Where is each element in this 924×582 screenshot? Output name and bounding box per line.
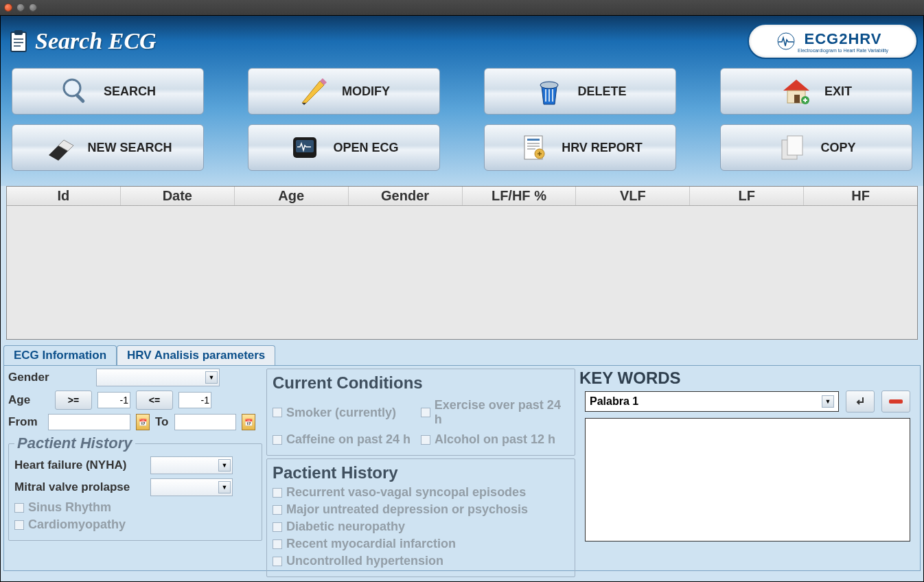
date-from-input[interactable] <box>48 414 130 430</box>
from-label: From <box>8 415 43 429</box>
cardiomyopathy-checkbox[interactable] <box>14 520 24 530</box>
col-hf[interactable]: HF <box>804 187 917 205</box>
col-id[interactable]: Id <box>7 187 121 205</box>
calendar-to-icon[interactable]: 📅 <box>242 414 255 430</box>
mitral-valve-label: Mitral valve prolapse <box>14 480 145 494</box>
mitral-valve-select[interactable]: ▼ <box>150 478 233 496</box>
gender-select[interactable]: ▼ <box>96 369 220 386</box>
patient-history-mid-title: Pactient History <box>273 463 569 482</box>
vasovagal-checkbox[interactable] <box>273 488 282 498</box>
col-lfhf[interactable]: LF/HF % <box>463 187 577 205</box>
svg-rect-23 <box>527 146 540 147</box>
delete-button-label: DELETE <box>577 84 626 99</box>
keywords-title: KEY WORDS <box>579 369 916 388</box>
window-titlebar <box>0 0 924 15</box>
chevron-down-icon: ▼ <box>218 459 231 472</box>
patient-history-left-group: Pactient History Heart failure (NYHA) ▼ … <box>8 434 262 541</box>
current-conditions-group: Current Conditions Smoker (currently) Ex… <box>266 369 575 456</box>
calendar-from-icon[interactable]: 📅 <box>136 414 150 430</box>
svg-rect-10 <box>548 89 550 102</box>
diabetic-neuropathy-label: Diabetic neuropathy <box>286 520 405 534</box>
smoker-label: Smoker (currently) <box>286 406 396 420</box>
exit-button[interactable]: EXIT <box>720 68 912 115</box>
tab-ecg-information[interactable]: ECG Information <box>3 345 117 365</box>
home-icon <box>781 75 812 107</box>
caffeine-label: Caffeine on past 24 h <box>286 432 411 447</box>
svg-point-3 <box>64 80 80 96</box>
logo-subtext: Electrocardiogram to Heart Rate Variabil… <box>798 48 888 53</box>
col-lf[interactable]: LF <box>690 187 804 205</box>
minus-icon <box>889 399 903 404</box>
tab-hrv-analysis-parameters[interactable]: HRV Analisis parameters <box>117 345 275 365</box>
exercise-checkbox[interactable] <box>421 408 430 417</box>
search-button[interactable]: SEARCH <box>12 68 204 115</box>
keyword-remove-button[interactable] <box>881 391 910 412</box>
app-logo: ECG2HRV Electrocardiogram to Heart Rate … <box>748 23 918 59</box>
clipboard-icon <box>9 30 28 53</box>
col-date[interactable]: Date <box>121 187 235 205</box>
chevron-down-icon: ▼ <box>218 481 231 493</box>
diabetic-neuropathy-checkbox[interactable] <box>273 522 282 532</box>
keyword-add-button[interactable] <box>846 391 875 412</box>
depression-checkbox[interactable] <box>273 505 282 515</box>
svg-rect-4 <box>75 93 85 104</box>
svg-rect-0 <box>11 32 26 51</box>
heart-failure-select[interactable]: ▼ <box>150 456 233 474</box>
patient-history-mid-group: Pactient History Recurrent vaso-vagal sy… <box>266 458 575 577</box>
svg-rect-11 <box>552 89 553 102</box>
date-to-input[interactable] <box>174 414 236 430</box>
keyword-selected: Palabra 1 <box>590 395 638 408</box>
svg-rect-22 <box>527 143 540 144</box>
svg-rect-21 <box>527 139 540 141</box>
eraser-icon <box>43 132 75 163</box>
alcohol-checkbox[interactable] <box>421 435 430 445</box>
exercise-label: Exercise over past 24 h <box>435 398 569 427</box>
svg-rect-1 <box>14 30 23 35</box>
cardiomyopathy-label: Cardiomyopathy <box>28 517 126 532</box>
svg-rect-27 <box>787 136 802 155</box>
modify-button[interactable]: MODIFY <box>248 68 440 115</box>
caffeine-checkbox[interactable] <box>273 435 282 445</box>
col-vlf[interactable]: VLF <box>576 187 690 205</box>
copy-icon <box>776 132 808 163</box>
to-label: To <box>155 415 169 429</box>
open-ecg-button[interactable]: OPEN ECG <box>248 124 440 171</box>
sinus-rhythm-label: Sinus Rhythm <box>28 500 111 515</box>
myocardial-infarction-label: Recent myocardial infarction <box>286 537 456 551</box>
sinus-rhythm-checkbox[interactable] <box>14 503 24 513</box>
new-search-button[interactable]: NEW SEARCH <box>12 124 204 171</box>
hypertension-checkbox[interactable] <box>273 557 282 566</box>
results-table[interactable]: Id Date Age Gender LF/HF % VLF LF HF <box>6 186 918 340</box>
age-ge-button[interactable]: >= <box>55 391 92 410</box>
ecg-wave-icon <box>777 32 795 50</box>
ecg-monitor-icon <box>289 132 321 163</box>
gender-label: Gender <box>8 371 91 384</box>
modify-button-label: MODIFY <box>342 84 390 99</box>
col-age[interactable]: Age <box>235 187 349 205</box>
hrv-report-button[interactable]: HRV REPORT <box>484 124 676 171</box>
age-to-input[interactable] <box>178 392 211 408</box>
chevron-down-icon: ▼ <box>822 395 834 408</box>
new-search-button-label: NEW SEARCH <box>87 141 172 155</box>
window-close-button[interactable] <box>4 3 12 12</box>
enter-arrow-icon <box>853 395 867 408</box>
delete-button[interactable]: DELETE <box>484 68 676 115</box>
magnifier-icon <box>60 75 91 107</box>
svg-rect-24 <box>527 148 535 150</box>
filter-panel: Gender ▼ Age >= <= From 📅 To 📅 <box>3 365 921 571</box>
age-le-button[interactable]: <= <box>136 391 173 410</box>
age-from-input[interactable] <box>97 392 130 408</box>
col-gender[interactable]: Gender <box>349 187 463 205</box>
keyword-list[interactable] <box>585 418 910 542</box>
myocardial-infarction-checkbox[interactable] <box>273 539 282 549</box>
svg-point-8 <box>540 82 558 89</box>
copy-button[interactable]: COPY <box>720 124 912 171</box>
window-maximize-button[interactable] <box>29 3 37 12</box>
window-minimize-button[interactable] <box>16 3 25 12</box>
vasovagal-label: Recurrent vaso-vagal syncopal episodes <box>286 485 526 500</box>
patient-history-left-title: Pactient History <box>14 434 135 452</box>
trash-icon <box>533 75 565 107</box>
smoker-checkbox[interactable] <box>273 408 282 417</box>
keyword-select[interactable]: Palabra 1 ▼ <box>585 391 839 412</box>
table-body-empty <box>7 206 917 339</box>
